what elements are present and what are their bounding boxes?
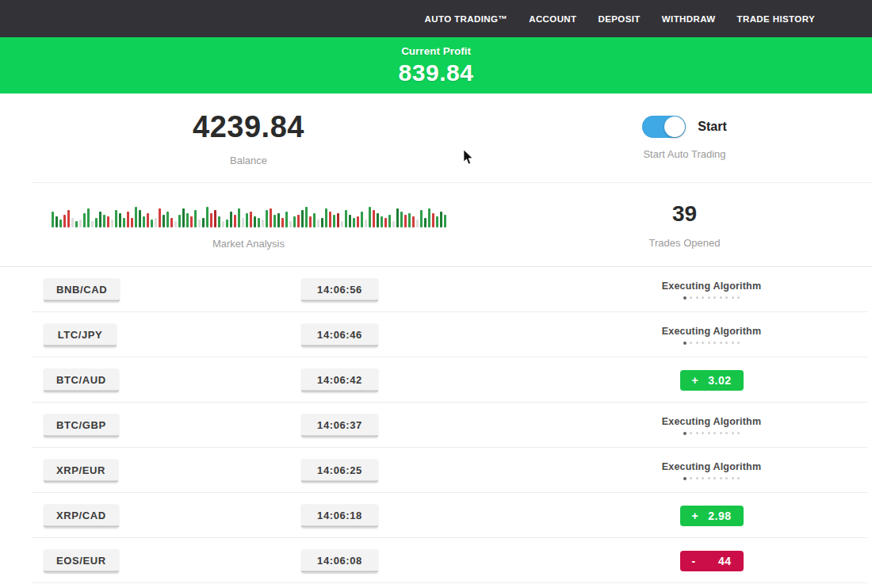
market-bar [170, 218, 173, 227]
market-bar [424, 218, 426, 227]
market-bar [206, 207, 208, 227]
market-bar [52, 212, 54, 227]
progress-dot-icon [708, 296, 710, 299]
progress-dot-icon [720, 296, 722, 299]
market-bar [317, 220, 319, 227]
result-sign: + [692, 510, 699, 522]
market-bar [198, 220, 201, 227]
progress-dot-icon [713, 432, 716, 434]
market-bar [384, 218, 387, 227]
market-bar [341, 221, 343, 227]
market-bar [67, 210, 70, 227]
market-bar [262, 220, 264, 227]
market-bar [428, 208, 430, 227]
nav-item-withdraw[interactable]: WITHDRAW [662, 14, 716, 24]
market-bar [388, 215, 391, 227]
progress-dot-icon [683, 432, 687, 435]
market-bar [147, 213, 149, 227]
market-bar [95, 218, 98, 227]
market-bar [63, 215, 66, 227]
result-value: 44 [718, 555, 732, 567]
trade-row: EOS/EUR 14:06:08 -44 [0, 538, 872, 583]
market-bar [103, 215, 105, 227]
market-bar [194, 210, 197, 227]
market-bar [357, 216, 359, 227]
market-bar [420, 210, 423, 227]
market-bar [321, 218, 323, 227]
market-bar [135, 207, 137, 227]
market-bar [293, 216, 296, 227]
market-bar [238, 208, 240, 227]
trade-row: LTC/JPY 14:06:46 Executing Algorithm [0, 312, 872, 357]
top-nav: AUTO TRADING™ACCOUNTDEPOSITWITHDRAWTRADE… [0, 0, 872, 37]
market-bar [329, 212, 331, 227]
trade-time-chip: 14:06:37 [301, 414, 378, 437]
progress-dot-icon [737, 432, 740, 434]
market-bar [202, 218, 205, 227]
market-bar [285, 212, 288, 227]
market-bar [182, 208, 185, 227]
progress-dot-icon [725, 477, 728, 479]
trade-pair-chip: LTC/JPY [44, 323, 117, 346]
market-bar [333, 215, 335, 227]
market-bar [254, 216, 256, 227]
progress-dot-icon [702, 296, 704, 299]
market-bar [166, 212, 169, 227]
nav-item-account[interactable]: ACCOUNT [529, 14, 576, 24]
nav-item-auto-trading[interactable]: AUTO TRADING™ [425, 14, 508, 24]
market-bar [266, 210, 268, 227]
stats-row: 4239.84 Balance Start Start Auto Trading [0, 94, 872, 182]
trade-result-badge: +3.02 [680, 370, 744, 391]
market-bar [313, 213, 316, 227]
market-bar [210, 213, 212, 227]
progress-dot-icon [690, 296, 692, 299]
market-bar [404, 215, 407, 227]
market-row: Market Analysis 39 Trades Opened [0, 183, 872, 266]
progress-dot-icon [696, 432, 698, 434]
nav-item-deposit[interactable]: DEPOSIT [599, 14, 641, 24]
market-bar [115, 210, 117, 227]
market-bar [289, 221, 292, 227]
market-bar [163, 215, 165, 227]
auto-trading-toggle[interactable] [642, 116, 686, 138]
progress-dot-icon [696, 477, 698, 479]
market-bar [123, 218, 125, 227]
market-analysis-label: Market Analysis [212, 238, 285, 250]
market-bar [155, 218, 157, 227]
market-bar [111, 220, 113, 227]
progress-dot-icon [737, 477, 740, 479]
progress-dot-icon [696, 296, 698, 299]
trade-result-zone: +2.98 [626, 506, 797, 526]
progress-dot-icon [708, 432, 710, 434]
market-bar [222, 221, 224, 227]
market-bar [139, 210, 141, 227]
progress-dot-icon [708, 342, 710, 344]
market-bar [218, 216, 220, 227]
market-bar [345, 210, 347, 227]
market-bar [408, 213, 411, 227]
trade-result-zone: Executing Algorithm [626, 416, 797, 435]
progress-dot-icon [713, 342, 716, 344]
market-bar [392, 221, 395, 227]
trade-result-zone: -44 [626, 551, 797, 571]
market-bar [234, 215, 236, 227]
result-value: 2.98 [708, 510, 731, 522]
executing-algorithm-label: Executing Algorithm [662, 416, 762, 427]
progress-dot-icon [737, 342, 740, 344]
market-bar [250, 212, 252, 227]
market-bar [79, 220, 82, 227]
trade-row: BNB/CAD 14:06:56 Executing Algorithm [0, 267, 872, 312]
trade-time-chip: 14:06:42 [301, 368, 378, 391]
market-bar [131, 218, 133, 227]
progress-dot-icon [737, 296, 740, 299]
market-bar [373, 210, 375, 227]
market-bar [59, 220, 62, 227]
progress-dot-icon [702, 342, 704, 344]
progress-dot-icon [702, 477, 704, 479]
trade-result-zone: Executing Algorithm [626, 281, 797, 300]
executing-algorithm-label: Executing Algorithm [662, 326, 762, 337]
market-bar [151, 220, 153, 227]
trades-opened-label: Trades Opened [649, 237, 721, 249]
trade-result-zone: Executing Algorithm [626, 326, 797, 345]
nav-item-trade-history[interactable]: TRADE HISTORY [737, 14, 816, 24]
